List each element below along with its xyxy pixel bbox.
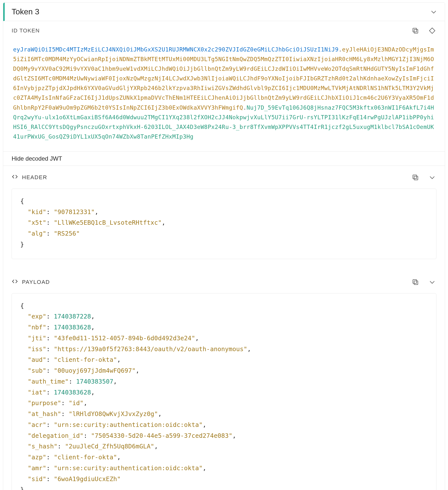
decoded-payload-json: { "exp": 1740387228, "nbf": 1740383628, … bbox=[12, 293, 436, 490]
decoded-payload-bar: PAYLOAD bbox=[3, 270, 445, 289]
jwt-payload-segment: eyJleHAiOjE3NDAzODcyMjgsIm5iZiI6MTc0MDM4… bbox=[13, 46, 434, 111]
tag-icon[interactable] bbox=[428, 26, 436, 35]
jwt-separator: . bbox=[243, 104, 246, 111]
card-title: Token 3 bbox=[12, 7, 39, 16]
jwt-header-segment: eyJraWQiOiI5MDc4MTIzMzEiLCJ4NXQiOiJMbGxX… bbox=[13, 46, 338, 53]
copy-icon[interactable] bbox=[411, 173, 420, 182]
code-icon bbox=[12, 173, 18, 181]
decoded-header-json: { "kid": "907812331", "x5t": "LllWKe5EBQ… bbox=[12, 189, 436, 259]
jwt-separator: . bbox=[338, 46, 342, 53]
id-token-section-header: ID TOKEN bbox=[3, 21, 445, 37]
decoded-header-label: HEADER bbox=[22, 174, 47, 181]
copy-icon[interactable] bbox=[411, 278, 420, 286]
decoded-payload-actions bbox=[411, 278, 436, 286]
id-token-label: ID TOKEN bbox=[12, 27, 40, 34]
svg-rect-3 bbox=[413, 175, 417, 179]
toggle-decoded-jwt[interactable]: Hide decoded JWT bbox=[3, 151, 445, 166]
svg-rect-5 bbox=[413, 280, 417, 283]
chevron-down-icon[interactable] bbox=[428, 278, 436, 286]
chevron-down-icon[interactable] bbox=[429, 8, 438, 16]
jwt-raw: eyJraWQiOiI5MDc4MTIzMzEiLCJ4NXQiOiJMbGxX… bbox=[3, 37, 445, 151]
decoded-payload-left: PAYLOAD bbox=[12, 278, 50, 286]
svg-rect-4 bbox=[414, 281, 418, 285]
svg-rect-2 bbox=[414, 176, 418, 180]
decoded-header-actions bbox=[411, 173, 436, 182]
card-header[interactable]: Token 3 bbox=[3, 3, 445, 21]
decoded-payload-label: PAYLOAD bbox=[22, 279, 50, 285]
copy-icon[interactable] bbox=[411, 26, 420, 35]
svg-rect-1 bbox=[413, 28, 417, 32]
svg-rect-0 bbox=[414, 29, 418, 33]
id-token-actions bbox=[411, 26, 436, 35]
chevron-down-icon[interactable] bbox=[428, 173, 436, 182]
decoded-header-left: HEADER bbox=[12, 173, 47, 181]
token-card: Token 3 ID TOKEN eyJraWQiOiI5MDc4MTIzMzE… bbox=[3, 2, 445, 490]
decoded-header-bar: HEADER bbox=[3, 166, 445, 184]
code-icon bbox=[12, 278, 18, 286]
